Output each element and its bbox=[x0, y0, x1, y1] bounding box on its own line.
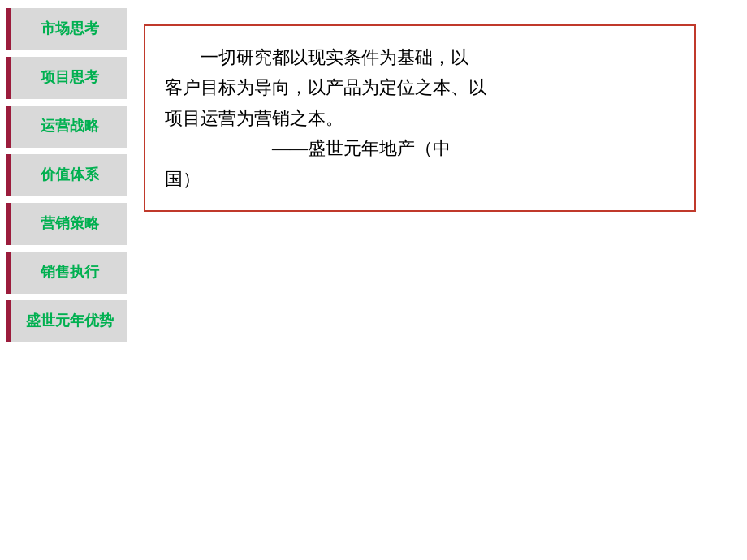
sidebar-label-advantage: 盛世元年优势 bbox=[26, 312, 114, 330]
quote-line2: 客户目标为导向，以产品为定位之本、以 bbox=[165, 77, 486, 97]
sidebar-label-project-thinking: 项目思考 bbox=[41, 68, 99, 87]
sidebar-label-operations-strategy: 运营战略 bbox=[41, 117, 99, 136]
sidebar-item-market-thinking[interactable]: 市场思考 bbox=[6, 8, 127, 50]
sidebar-item-sales-execution[interactable]: 销售执行 bbox=[6, 252, 127, 294]
main-content: 一切研究都以现实条件为基础，以 客户目标为导向，以产品为定位之本、以 项目运营为… bbox=[127, 0, 747, 560]
sidebar-label-box: 运营战略 bbox=[11, 106, 127, 148]
quote-line3: 项目运营为营销之本。 bbox=[165, 108, 343, 128]
quote-box: 一切研究都以现实条件为基础，以 客户目标为导向，以产品为定位之本、以 项目运营为… bbox=[144, 24, 696, 212]
sidebar: 市场思考 项目思考 运营战略 价值体系 营销策略 销售执行 盛世 bbox=[0, 0, 127, 560]
quote-source-line2: 国） bbox=[165, 169, 201, 189]
quote-text: 一切研究都以现实条件为基础，以 客户目标为导向，以产品为定位之本、以 项目运营为… bbox=[165, 42, 675, 194]
quote-source-line1: ——盛世元年地产（中 bbox=[165, 138, 451, 158]
sidebar-item-operations-strategy[interactable]: 运营战略 bbox=[6, 106, 127, 148]
sidebar-label-box: 盛世元年优势 bbox=[11, 300, 127, 342]
sidebar-label-sales-execution: 销售执行 bbox=[41, 263, 99, 282]
sidebar-item-value-system[interactable]: 价值体系 bbox=[6, 154, 127, 196]
sidebar-item-marketing-strategy[interactable]: 营销策略 bbox=[6, 203, 127, 245]
sidebar-label-box: 销售执行 bbox=[11, 252, 127, 294]
sidebar-label-box: 营销策略 bbox=[11, 203, 127, 245]
sidebar-label-market-thinking: 市场思考 bbox=[41, 19, 99, 38]
sidebar-item-project-thinking[interactable]: 项目思考 bbox=[6, 57, 127, 99]
quote-line1: 一切研究都以现实条件为基础，以 bbox=[165, 47, 468, 67]
sidebar-label-marketing-strategy: 营销策略 bbox=[41, 214, 99, 233]
sidebar-label-value-system: 价值体系 bbox=[41, 166, 99, 184]
sidebar-label-box: 项目思考 bbox=[11, 57, 127, 99]
sidebar-item-advantage[interactable]: 盛世元年优势 bbox=[6, 300, 127, 342]
sidebar-label-box: 价值体系 bbox=[11, 154, 127, 196]
sidebar-label-box: 市场思考 bbox=[11, 8, 127, 50]
